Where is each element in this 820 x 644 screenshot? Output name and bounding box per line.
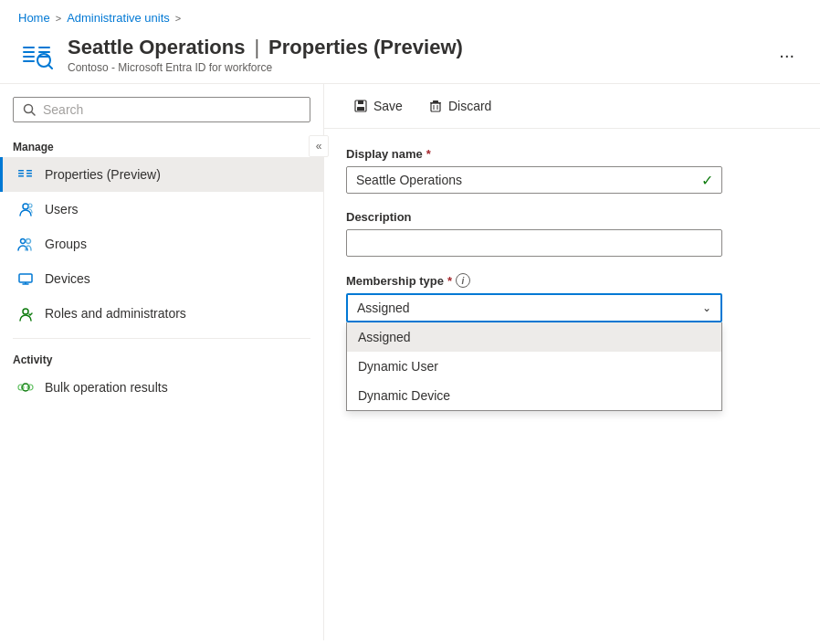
save-button[interactable]: Save — [342, 93, 414, 119]
sidebar-divider — [13, 338, 310, 339]
dropdown-item-dynamic-user[interactable]: Dynamic User — [347, 352, 721, 381]
discard-button[interactable]: Discard — [417, 93, 502, 119]
valid-check-icon: ✓ — [701, 172, 713, 189]
svg-rect-16 — [26, 175, 32, 177]
svg-point-26 — [18, 385, 24, 390]
dropdown-item-assigned[interactable]: Assigned — [347, 322, 721, 352]
membership-type-label: Membership type * i — [346, 273, 722, 288]
breadcrumb-home[interactable]: Home — [18, 11, 50, 25]
svg-rect-2 — [23, 56, 35, 58]
search-input[interactable] — [43, 102, 300, 117]
sidebar-search-container — [13, 97, 310, 122]
svg-point-17 — [23, 204, 28, 209]
sidebar-item-groups-label: Groups — [45, 237, 87, 251]
svg-rect-12 — [18, 173, 24, 174]
breadcrumb-sep1: > — [56, 13, 61, 24]
save-label: Save — [373, 99, 403, 113]
roles-icon — [16, 303, 36, 323]
bulk-icon — [16, 377, 36, 397]
admin-unit-icon — [18, 37, 55, 74]
membership-type-dropdown: Assigned ⌄ Assigned Dynamic User Dynamic… — [346, 293, 722, 322]
content-area: Save Discard Dis — [324, 84, 820, 640]
breadcrumb-admin-units[interactable]: Administrative units — [67, 11, 170, 25]
svg-rect-33 — [431, 103, 440, 111]
display-name-input-container: ✓ — [346, 166, 722, 194]
page-title: Seattle Operations | Properties (Preview… — [68, 36, 463, 59]
svg-rect-29 — [358, 100, 363, 104]
membership-type-value: Assigned — [357, 301, 410, 315]
display-name-group: Display name * ✓ — [346, 147, 722, 194]
save-icon — [353, 99, 368, 113]
devices-icon — [16, 269, 36, 289]
svg-rect-6 — [23, 60, 35, 62]
sidebar-collapse-button[interactable]: « — [309, 135, 329, 157]
description-group: Description — [346, 210, 722, 257]
membership-type-group: Membership type * i Assigned ⌄ Assigned … — [346, 273, 722, 322]
sidebar: Manage Properties (Preview) — [0, 84, 324, 640]
sidebar-item-roles-label: Roles and administrators — [45, 306, 186, 321]
svg-rect-15 — [26, 173, 32, 174]
sidebar-item-roles[interactable]: Roles and administrators — [0, 296, 323, 331]
main-layout: Manage Properties (Preview) — [0, 83, 820, 640]
svg-rect-21 — [19, 274, 32, 282]
sidebar-item-users-label: Users — [45, 202, 79, 216]
sidebar-item-groups[interactable]: Groups — [0, 227, 323, 261]
page-header: Seattle Operations | Properties (Preview… — [0, 30, 820, 83]
section-activity: Activity — [0, 346, 323, 370]
section-manage: Manage — [0, 133, 323, 157]
sidebar-item-users[interactable]: Users — [0, 192, 323, 227]
svg-rect-4 — [38, 51, 50, 53]
dropdown-item-dynamic-device[interactable]: Dynamic Device — [347, 381, 721, 410]
svg-point-19 — [21, 239, 26, 244]
membership-required-star: * — [447, 274, 452, 288]
sidebar-item-bulk[interactable]: Bulk operation results — [0, 370, 323, 405]
svg-rect-1 — [23, 51, 35, 53]
svg-point-20 — [26, 239, 31, 244]
page-header-text: Seattle Operations | Properties (Preview… — [68, 36, 463, 74]
display-name-input[interactable] — [346, 166, 722, 194]
svg-rect-30 — [357, 107, 364, 111]
more-options-button[interactable]: ··· — [772, 41, 802, 69]
sidebar-item-devices-label: Devices — [45, 271, 90, 286]
dropdown-arrow-icon: ⌄ — [702, 301, 711, 314]
groups-icon — [16, 234, 36, 254]
membership-info-icon[interactable]: i — [456, 273, 470, 288]
sidebar-item-bulk-label: Bulk operation results — [45, 380, 168, 395]
svg-point-27 — [27, 385, 33, 390]
svg-rect-11 — [18, 170, 24, 172]
sidebar-item-properties-label: Properties (Preview) — [45, 167, 161, 182]
toolbar: Save Discard — [324, 84, 820, 129]
svg-rect-3 — [38, 47, 50, 48]
display-name-label: Display name * — [346, 147, 722, 161]
sidebar-item-devices[interactable]: Devices — [0, 261, 323, 296]
users-icon — [16, 199, 36, 219]
svg-rect-14 — [26, 170, 32, 172]
description-label: Description — [346, 210, 722, 224]
search-icon — [23, 103, 36, 116]
properties-icon — [16, 164, 36, 185]
svg-line-10 — [32, 112, 36, 116]
page-subtitle: Contoso - Microsoft Entra ID for workfor… — [68, 61, 463, 74]
svg-line-8 — [48, 65, 52, 69]
breadcrumb: Home > Administrative units > — [0, 0, 820, 30]
description-input[interactable] — [346, 229, 722, 257]
discard-icon — [428, 99, 443, 113]
breadcrumb-sep2: > — [175, 13, 181, 24]
membership-type-menu: Assigned Dynamic User Dynamic Device — [346, 322, 722, 411]
required-star: * — [426, 147, 431, 161]
svg-rect-0 — [23, 47, 35, 48]
membership-type-select[interactable]: Assigned ⌄ — [346, 293, 722, 322]
form-area: Display name * ✓ Description Membership … — [324, 129, 744, 421]
discard-label: Discard — [448, 99, 491, 113]
svg-point-24 — [23, 309, 28, 314]
svg-rect-31 — [433, 100, 438, 102]
svg-rect-13 — [18, 175, 24, 177]
sidebar-item-properties[interactable]: Properties (Preview) — [0, 157, 323, 192]
